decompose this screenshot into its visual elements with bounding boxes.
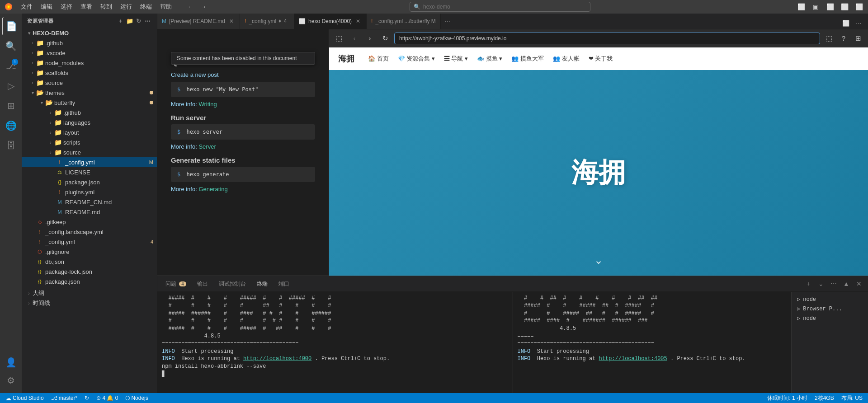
split-icon[interactable]: ⬜ [825, 1, 835, 12]
tree-item-butterfly-github[interactable]: › 📁 .github [22, 108, 157, 117]
refresh-button[interactable]: ↻ [135, 17, 142, 24]
menu-view[interactable]: 查看 [77, 2, 96, 12]
tab-readme-preview[interactable]: M [Preview] README.md ✕ [157, 14, 240, 29]
menu-run[interactable]: 运行 [117, 2, 136, 12]
right-panel-browser[interactable]: ▷ Browser P... [792, 304, 868, 314]
terminal-tab-terminal[interactable]: 终端 [252, 278, 272, 290]
status-idle-time[interactable]: 休眠时间: 1 小时 [765, 394, 809, 402]
terminal-tab-debug[interactable]: 调试控制台 [214, 278, 250, 290]
activity-settings[interactable]: ⚙ [2, 371, 20, 389]
browser-split-button[interactable]: ⬚ [823, 32, 835, 45]
tab-close-button[interactable]: ✕ [228, 18, 235, 25]
server-link[interactable]: Server [198, 143, 216, 150]
status-sync[interactable]: ↻ [83, 395, 91, 401]
tree-section-outline[interactable]: › 大纲 [22, 288, 157, 298]
web-nav-resources[interactable]: 💎 资源合集 ▾ [398, 55, 435, 63]
web-nav-navigation[interactable]: ☰ 导航 ▾ [444, 55, 468, 63]
tree-item-butterfly[interactable]: ▾ 📂 butterfly [22, 98, 157, 108]
tree-item-layout[interactable]: › 📁 layout [22, 127, 157, 137]
status-nodejs[interactable]: ⬡ Nodejs [123, 395, 150, 401]
tree-root[interactable]: ▾ HEXO-DEMO [22, 28, 157, 38]
web-nav-friends[interactable]: 👥 友人帐 [553, 55, 580, 63]
browser-refresh-button[interactable]: ↻ [379, 32, 392, 45]
layout-icon[interactable]: ▣ [810, 1, 821, 12]
tree-item-scripts[interactable]: › 📁 scripts [22, 137, 157, 147]
panel-icon[interactable]: ⬜ [839, 1, 850, 12]
remote-icon[interactable]: ⬜ [796, 1, 807, 12]
tree-item-plugins[interactable]: ! plugins.yml [22, 187, 157, 197]
activity-search[interactable]: 🔍 [2, 37, 20, 55]
status-cores[interactable]: 2核4GB [813, 394, 836, 402]
terminal-more-button[interactable]: ⋯ [828, 278, 839, 289]
tree-item-butterfly-config[interactable]: ! _config.yml M [22, 157, 157, 167]
menu-goto[interactable]: 转到 [97, 2, 116, 12]
web-nav-fishing-army[interactable]: 👥 摸鱼大军 [511, 55, 544, 63]
browser-help-button[interactable]: ? [837, 32, 850, 45]
forward-button[interactable]: → [198, 1, 209, 12]
tree-item-github[interactable]: › 📁 .github [22, 38, 157, 48]
menu-file[interactable]: 文件 [17, 2, 36, 12]
activity-explorer[interactable]: 📄 [2, 17, 20, 35]
terminal-close-button[interactable]: ✕ [854, 278, 864, 289]
status-cloud-studio[interactable]: ☁ Cloud Studio [4, 395, 46, 402]
tree-item-butterfly-source[interactable]: › 📁 source [22, 147, 157, 157]
menu-edit[interactable]: 编辑 [37, 2, 56, 12]
tree-item-license[interactable]: ⚖ LICENSE [22, 167, 157, 177]
tree-item-themes[interactable]: ▾ 📂 themes [22, 88, 157, 98]
tree-item-vscode[interactable]: › 📁 .vscode [22, 48, 157, 58]
browser-forward-button[interactable]: › [363, 32, 376, 45]
browser-url-input[interactable] [394, 33, 820, 44]
tab-close-button[interactable]: ✕ [354, 18, 362, 25]
browser-back-button[interactable]: ‹ [348, 32, 361, 45]
tree-item-languages[interactable]: › 📁 languages [22, 117, 157, 127]
tab-config-yml[interactable]: ! _config.yml ✦ 4 [240, 14, 294, 29]
menu-help[interactable]: 帮助 [156, 2, 175, 12]
maximize-icon[interactable]: ⬜ [854, 1, 864, 12]
terminal-maximize-button[interactable]: ▲ [841, 278, 852, 289]
tree-item-scaffolds[interactable]: › 📁 scaffolds [22, 68, 157, 78]
tree-item-butterfly-package[interactable]: {} package.json [22, 177, 157, 187]
search-input[interactable] [423, 4, 586, 10]
tree-item-db[interactable]: {} db.json [22, 257, 157, 267]
web-nav-about[interactable]: ❤ 关于我 [589, 55, 613, 63]
back-button[interactable]: ← [185, 1, 196, 12]
terminal-tab-ports[interactable]: 端口 [274, 278, 294, 290]
activity-extensions[interactable]: ⊞ [2, 97, 20, 115]
browser-grid-button[interactable]: ⊞ [852, 32, 864, 45]
terminal-split-button[interactable]: ⌄ [816, 278, 826, 289]
writing-link[interactable]: Writing [198, 101, 217, 108]
activity-account[interactable]: 👤 [2, 353, 20, 371]
tree-section-timeline[interactable]: › 时间线 [22, 298, 157, 308]
global-search[interactable]: 🔍 [410, 2, 590, 12]
tree-item-package-lock[interactable]: {} package-lock.json [22, 267, 157, 276]
terminal-tab-problems[interactable]: 问题 4 [161, 278, 191, 290]
activity-remote[interactable]: 🌐 [2, 117, 20, 135]
menu-select[interactable]: 选择 [57, 2, 76, 12]
collapse-button[interactable]: ⋯ [144, 17, 151, 24]
activity-git[interactable]: ⎇ 1 [2, 57, 20, 75]
terminal-add-button[interactable]: + [803, 278, 814, 289]
menu-terminal[interactable]: 终端 [137, 2, 156, 12]
more-actions-button[interactable]: ⋯ [853, 17, 864, 29]
new-file-button[interactable]: + [117, 17, 124, 24]
tree-item-readme-cn[interactable]: M README_CN.md [22, 197, 157, 207]
tab-hexo-demo[interactable]: ⬜ hexo Demo(4000) ✕ [294, 14, 367, 29]
activity-database[interactable]: 🗄 [2, 136, 20, 155]
status-region[interactable]: 布局: US [840, 394, 864, 402]
terminal-pane-right[interactable]: # # ## # # # # # ## ## ##### # # ##### #… [513, 292, 868, 393]
browser-open-external[interactable]: ⬚ [333, 32, 345, 45]
tree-item-readme[interactable]: M README.md [22, 207, 157, 217]
tree-item-root-config[interactable]: ! _config.yml 4 [22, 237, 157, 247]
web-nav-home[interactable]: 🏠 首页 [368, 55, 389, 63]
tree-item-node-modules[interactable]: › 📁 node_modules [22, 58, 157, 68]
tree-item-landscape[interactable]: ! _config.landscape.yml [22, 227, 157, 237]
new-folder-button[interactable]: 📁 [126, 17, 133, 24]
right-panel-node2[interactable]: ▷ node [792, 314, 868, 323]
terminal-tab-output[interactable]: 输出 [193, 278, 212, 290]
tab-butterfly-config[interactable]: ! _config.yml .../butterfly M [367, 14, 441, 29]
terminal-pane-left[interactable]: ##### # # # ##### # # ##### # # # # # # … [157, 292, 513, 393]
activity-run[interactable]: ▷ [2, 77, 20, 95]
status-notifications[interactable]: ⊙ 4 🔔 0 [94, 395, 120, 401]
right-panel-node1[interactable]: ▷ node [792, 295, 868, 304]
tree-item-gitkeep[interactable]: ◇ .gitkeep [22, 217, 157, 227]
